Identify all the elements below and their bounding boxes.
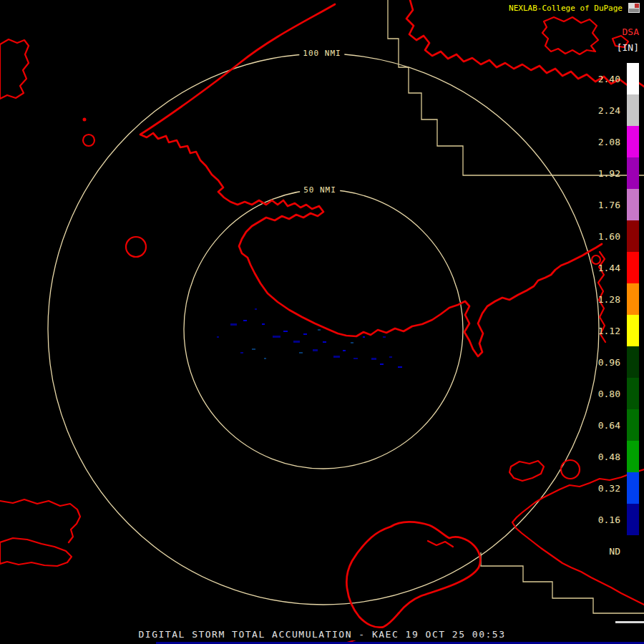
- precip-echo: [255, 308, 257, 310]
- colorbar-label: 0.80: [593, 389, 620, 399]
- colorbar-swatch: [627, 409, 639, 441]
- colorbar-label: 0.16: [593, 514, 620, 525]
- island-southwest: [0, 538, 72, 566]
- precip-echo: [240, 352, 243, 353]
- nexlab-logo-icon: [628, 2, 640, 14]
- colorbar-swatch: [627, 283, 639, 315]
- range-ring-100nmi: [48, 54, 599, 605]
- colorbar-label: 0.64: [593, 420, 620, 431]
- colorbar-label: 1.12: [593, 326, 620, 336]
- colorbar-row: 0.96: [593, 346, 639, 378]
- page-title: NEXLAB-College of DuPage: [509, 4, 623, 13]
- precip-echo: [398, 366, 402, 368]
- precip-echo: [380, 364, 384, 365]
- precip-echoes: [217, 308, 402, 368]
- precip-echo: [299, 352, 303, 353]
- colorbar: 2.402.242.081.921.761.601.441.281.120.96…: [593, 63, 639, 567]
- radar-map: [0, 0, 644, 644]
- colorbar-swatch: [627, 126, 639, 157]
- precip-echo: [318, 329, 321, 331]
- colorbar-row: 0.32: [593, 472, 639, 504]
- colorbar-row: 1.44: [593, 252, 639, 283]
- precip-echo: [323, 341, 326, 343]
- colorbar-swatch: [627, 378, 639, 409]
- precip-echo: [243, 320, 247, 321]
- colorbar-row: 1.60: [593, 220, 639, 252]
- colorbar-rows: 2.402.242.081.921.761.601.441.281.120.96…: [593, 63, 639, 567]
- colorbar-label: 2.24: [593, 105, 620, 116]
- precip-echo: [389, 356, 392, 358]
- colorbar-row: 1.28: [593, 283, 639, 315]
- precip-echo: [293, 341, 300, 343]
- lake-inner-detail: [428, 541, 453, 547]
- colorbar-label: 1.60: [593, 231, 620, 242]
- colorbar-swatch: [627, 157, 639, 189]
- colorbar-row: 0.80: [593, 378, 639, 409]
- precip-echo: [303, 333, 307, 335]
- lake-circle-west: [126, 237, 146, 257]
- colorbar-swatch: [627, 535, 639, 567]
- colorbar-label: ND: [593, 546, 620, 557]
- precip-echo: [371, 358, 376, 360]
- colorbar-label: 1.44: [593, 263, 620, 273]
- colorbar-row: 0.64: [593, 409, 639, 441]
- colorbar-label: 0.48: [593, 452, 620, 462]
- colorbar-swatch: [627, 94, 639, 126]
- precip-echo: [262, 323, 265, 325]
- colorbar-swatch: [627, 252, 639, 283]
- precip-echo: [353, 358, 358, 359]
- precip-echo: [273, 336, 280, 338]
- colorbar-row: 2.08: [593, 126, 639, 157]
- logo-glyph: [628, 2, 640, 14]
- colorbar-row: 0.16: [593, 504, 639, 535]
- colorbar-swatch: [627, 504, 639, 535]
- precip-echo: [351, 342, 353, 343]
- colorbar-row: 2.24: [593, 94, 639, 126]
- colorbar-swatch: [627, 63, 639, 94]
- range-rings: [48, 54, 599, 605]
- colorbar-row: ND: [593, 535, 639, 567]
- river-southwest: [0, 499, 80, 542]
- scale-tick: [615, 621, 644, 623]
- island-northwest: [0, 39, 29, 99]
- colorbar-row: 1.76: [593, 189, 639, 220]
- colorbar-swatch: [627, 346, 639, 378]
- precip-echo: [217, 336, 219, 338]
- colorbar-swatch: [627, 472, 639, 504]
- product-code-label: DSA: [589, 26, 639, 37]
- colorbar-label: 0.32: [593, 483, 620, 494]
- colorbar-label: 1.76: [593, 200, 620, 210]
- lake-circle-southeast: [561, 460, 580, 479]
- colorbar-row: 0.48: [593, 441, 639, 472]
- colorbar-label: 1.92: [593, 168, 620, 179]
- precip-echo: [343, 350, 346, 351]
- lake-bottom-center: [346, 522, 480, 627]
- colorbar-swatch: [627, 441, 639, 472]
- colorbar-row: 2.40: [593, 63, 639, 94]
- precip-echo: [383, 336, 386, 338]
- colorbar-label: 2.08: [593, 137, 620, 147]
- lake-southeast: [509, 461, 544, 481]
- colorbar-swatch: [627, 220, 639, 252]
- range-ring-50nmi: [184, 190, 463, 469]
- colorbar-label: 2.40: [593, 74, 620, 84]
- colorbar-swatch: [627, 189, 639, 220]
- precip-echo: [313, 349, 318, 351]
- precip-echo: [252, 348, 255, 350]
- precip-echo: [230, 323, 237, 326]
- colorbar-row: 1.12: [593, 315, 639, 346]
- ring-label-100nmi: 100 NMI: [299, 48, 344, 59]
- coastlines: [0, 0, 644, 644]
- precip-echo: [333, 356, 340, 358]
- units-label: [IN]: [589, 42, 639, 53]
- precip-echo: [283, 331, 288, 332]
- precip-echo: [363, 336, 365, 338]
- status-bar: DIGITAL STORM TOTAL ACCUMULATION - KAEC …: [135, 628, 510, 640]
- precip-echo: [264, 358, 266, 359]
- ring-label-50nmi: 50 NMI: [300, 185, 340, 195]
- lake-circle-northwest: [83, 135, 94, 146]
- colorbar-label: 1.28: [593, 294, 620, 305]
- colorbar-label: 0.96: [593, 357, 620, 368]
- coastline-main: [140, 4, 602, 356]
- colorbar-swatch: [627, 315, 639, 346]
